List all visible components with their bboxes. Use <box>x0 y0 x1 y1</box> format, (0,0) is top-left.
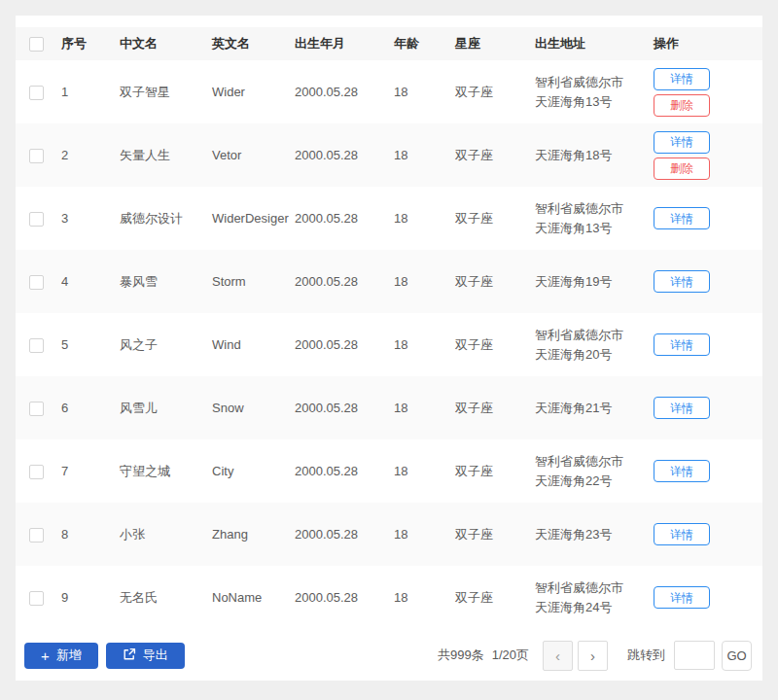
detail-button[interactable]: 详情 <box>654 131 710 154</box>
row-index: 3 <box>61 187 120 250</box>
row-age: 18 <box>394 503 455 566</box>
detail-button[interactable]: 详情 <box>654 460 710 482</box>
column-header-en-name: 英文名 <box>212 27 295 60</box>
export-button-label: 导出 <box>143 647 168 664</box>
row-address: 智利省威德尔市天涯海角24号 <box>535 566 654 629</box>
table-header-row: 序号 中文名 英文名 出生年月 年龄 星座 出生地址 操作 <box>16 27 762 60</box>
row-age: 18 <box>394 376 455 439</box>
row-cn-name: 风雪儿 <box>120 376 212 439</box>
row-age: 18 <box>394 313 455 376</box>
row-address: 智利省威德尔市天涯海角22号 <box>535 439 654 503</box>
column-header-zodiac: 星座 <box>455 27 535 60</box>
row-zodiac: 双子座 <box>455 187 535 250</box>
detail-button[interactable]: 详情 <box>654 270 710 293</box>
row-checkbox[interactable] <box>29 338 44 353</box>
row-age: 18 <box>394 439 455 503</box>
footer-bar: + 新增 导出 共999条 1/20页 ‹ › 跳转到 <box>16 630 762 681</box>
row-index: 5 <box>61 313 120 376</box>
chevron-left-icon: ‹ <box>555 648 560 664</box>
row-address: 天涯海角18号 <box>535 123 654 187</box>
row-en-name: WiderDesiger <box>212 187 295 250</box>
row-actions: 详情 <box>654 187 762 250</box>
row-en-name: Snow <box>212 376 295 439</box>
detail-button[interactable]: 详情 <box>654 68 710 90</box>
row-cn-name: 守望之城 <box>120 439 212 503</box>
row-index: 6 <box>61 376 120 439</box>
row-actions: 详情 <box>654 376 762 439</box>
row-index: 7 <box>61 439 120 503</box>
row-zodiac: 双子座 <box>455 123 535 187</box>
delete-button[interactable]: 删除 <box>654 158 710 180</box>
row-checkbox[interactable] <box>29 528 44 542</box>
row-cn-name: 无名氏 <box>120 566 212 629</box>
table-row: 3 威德尔设计 WiderDesiger 2000.05.28 18 双子座 智… <box>16 187 762 250</box>
chevron-right-icon: › <box>590 648 595 664</box>
row-cn-name: 暴风雪 <box>120 250 212 313</box>
table-row: 2 矢量人生 Vetor 2000.05.28 18 双子座 天涯海角18号 详… <box>16 123 762 187</box>
row-checkbox[interactable] <box>29 149 44 163</box>
row-address: 智利省威德尔市天涯海角20号 <box>535 313 654 376</box>
column-header-address: 出生地址 <box>535 27 654 60</box>
detail-button[interactable]: 详情 <box>654 397 710 419</box>
export-button[interactable]: 导出 <box>106 643 185 669</box>
page-indicator: 1/20页 <box>492 647 529 664</box>
row-address: 天涯海角19号 <box>535 250 654 313</box>
row-age: 18 <box>394 60 455 123</box>
row-birth: 2000.05.28 <box>295 503 394 566</box>
table-row: 6 风雪儿 Snow 2000.05.28 18 双子座 天涯海角21号 详情 <box>16 376 762 439</box>
row-index: 9 <box>61 566 120 629</box>
column-header-age: 年龄 <box>394 27 455 60</box>
row-checkbox[interactable] <box>29 212 44 227</box>
row-checkbox[interactable] <box>29 86 44 100</box>
row-address: 智利省威德尔市天涯海角13号 <box>535 60 654 123</box>
row-age: 18 <box>394 566 455 629</box>
detail-button[interactable]: 详情 <box>654 333 710 356</box>
detail-button[interactable]: 详情 <box>654 523 710 545</box>
table-row: 4 暴风雪 Storm 2000.05.28 18 双子座 天涯海角19号 详情 <box>16 250 762 313</box>
row-zodiac: 双子座 <box>455 376 535 439</box>
next-page-button[interactable]: › <box>578 641 608 671</box>
detail-button[interactable]: 详情 <box>654 586 710 609</box>
go-button[interactable]: GO <box>722 641 752 671</box>
row-checkbox[interactable] <box>29 275 44 290</box>
prev-page-button[interactable]: ‹ <box>543 641 573 671</box>
row-cn-name: 双子智星 <box>120 60 212 123</box>
row-en-name: Zhang <box>212 503 295 566</box>
column-header-index: 序号 <box>61 27 120 60</box>
select-all-checkbox[interactable] <box>29 37 44 52</box>
row-actions: 详情 <box>654 439 762 503</box>
row-en-name: City <box>212 439 295 503</box>
add-button-label: 新增 <box>56 647 82 664</box>
row-zodiac: 双子座 <box>455 250 535 313</box>
row-age: 18 <box>394 123 455 187</box>
table-card: 序号 中文名 英文名 出生年月 年龄 星座 出生地址 操作 1 双子智星 Wid… <box>16 16 762 681</box>
table-row: 8 小张 Zhang 2000.05.28 18 双子座 天涯海角23号 详情 <box>16 503 762 566</box>
detail-button[interactable]: 详情 <box>654 207 710 229</box>
row-en-name: Wind <box>212 313 295 376</box>
row-birth: 2000.05.28 <box>295 313 394 376</box>
row-index: 2 <box>61 123 120 187</box>
row-birth: 2000.05.28 <box>295 439 394 503</box>
row-actions: 详情删除 <box>654 60 762 123</box>
pagination: 共999条 1/20页 ‹ › 跳转到 GO <box>438 641 752 671</box>
row-actions: 详情 <box>654 566 762 629</box>
row-actions: 详情 <box>654 313 762 376</box>
row-address: 天涯海角23号 <box>535 503 654 566</box>
row-index: 8 <box>61 503 120 566</box>
row-cn-name: 威德尔设计 <box>120 187 212 250</box>
row-checkbox[interactable] <box>29 591 44 606</box>
row-zodiac: 双子座 <box>455 439 535 503</box>
row-actions: 详情 <box>654 250 762 313</box>
table-body: 1 双子智星 Wider 2000.05.28 18 双子座 智利省威德尔市天涯… <box>16 60 762 629</box>
row-cn-name: 风之子 <box>120 313 212 376</box>
data-table: 序号 中文名 英文名 出生年月 年龄 星座 出生地址 操作 1 双子智星 Wid… <box>16 27 762 629</box>
row-index: 4 <box>61 250 120 313</box>
row-checkbox[interactable] <box>29 402 44 416</box>
row-checkbox[interactable] <box>29 465 44 479</box>
row-actions: 详情 <box>654 503 762 566</box>
add-button[interactable]: + 新增 <box>24 643 98 669</box>
delete-button[interactable]: 删除 <box>654 94 710 117</box>
jump-page-input[interactable] <box>674 641 715 670</box>
row-zodiac: 双子座 <box>455 60 535 123</box>
row-en-name: Storm <box>212 250 295 313</box>
